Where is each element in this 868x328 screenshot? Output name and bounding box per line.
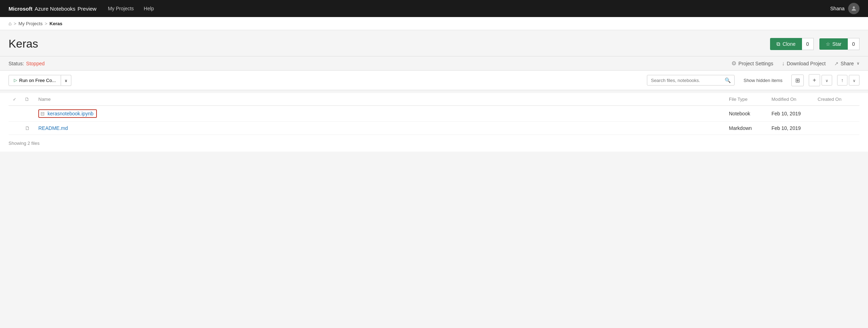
plus-icon: +: [813, 77, 816, 83]
home-icon[interactable]: ⌂: [9, 21, 11, 26]
user-name: Shana: [830, 6, 845, 11]
run-button[interactable]: ▷ Run on Free Co...: [9, 75, 61, 86]
search-box: 🔍: [647, 75, 735, 86]
file-icon: 🗋: [25, 125, 30, 131]
star-icon: ☆: [826, 41, 830, 47]
row-icon-cell: [21, 106, 34, 122]
row-check-cell: [9, 122, 21, 135]
header-actions: ⧉ Clone 0 ☆ Star 0: [770, 38, 859, 50]
add-button-group: + ∨: [809, 74, 832, 86]
upload-button[interactable]: ↑: [837, 75, 847, 86]
svg-point-0: [853, 6, 855, 9]
breadcrumb-my-projects[interactable]: My Projects: [18, 21, 43, 26]
notebook-icon: ⊟: [40, 111, 45, 116]
col-modified-header: Modified On: [767, 93, 813, 106]
nav-my-projects[interactable]: My Projects: [108, 6, 134, 11]
topnav-user: Shana: [830, 3, 859, 14]
file-link[interactable]: kerasnotebook.ipynb: [48, 111, 93, 116]
topnav-links: My Projects Help: [108, 6, 830, 11]
topnav: Microsoft Azure Notebooks Preview My Pro…: [0, 0, 868, 17]
clone-label: Clone: [782, 41, 796, 47]
run-dropdown-button[interactable]: ∨: [61, 75, 71, 86]
row-check-cell: [9, 106, 21, 122]
share-chevron-icon: ∨: [857, 61, 859, 66]
project-header: Keras ⧉ Clone 0 ☆ Star 0: [0, 30, 868, 56]
breadcrumb-sep-1: >: [13, 21, 16, 26]
breadcrumb: ⌂ > My Projects > Keras: [0, 17, 868, 30]
row-filetype-cell: Markdown: [725, 122, 767, 135]
grid-icon: ⊞: [795, 77, 800, 83]
footer-info: Showing 2 files: [0, 135, 868, 152]
run-label: Run on Free Co...: [19, 78, 56, 83]
col-filetype-header: File Type: [725, 93, 767, 106]
upload-chevron-icon: ∨: [853, 78, 856, 83]
upload-button-group: ↑ ∨: [837, 75, 859, 86]
row-name-cell: README.md: [34, 122, 598, 135]
project-settings-action[interactable]: ⚙ Project Settings: [731, 60, 773, 67]
table-row: 🗋 README.md Markdown Feb 10, 2019: [9, 122, 859, 135]
show-hidden-label: Show hidden items: [743, 78, 782, 83]
toolbar: ▷ Run on Free Co... ∨ 🔍 Show hidden item…: [0, 71, 868, 90]
col-icon-header: 🗋: [21, 93, 34, 106]
download-project-label: Download Project: [787, 61, 826, 66]
breadcrumb-sep-2: >: [45, 21, 48, 26]
file-icon-header: 🗋: [25, 97, 29, 102]
file-table: ✓ 🗋 Name File Type Modified On Created O…: [9, 93, 859, 135]
share-label: Share: [841, 61, 854, 66]
row-icon-cell: 🗋: [21, 122, 34, 135]
col-spacer-header: [598, 93, 725, 106]
status-label: Status:: [9, 61, 24, 66]
table-row: ⊟ kerasnotebook.ipynb Notebook Feb 10, 2…: [9, 106, 859, 122]
brand: Microsoft Azure Notebooks Preview: [9, 6, 97, 12]
status-bar: Status: Stopped ⚙ Project Settings ↓ Dow…: [0, 56, 868, 71]
col-created-header: Created On: [813, 93, 859, 106]
add-dropdown-button[interactable]: ∨: [822, 75, 832, 86]
show-hidden-button[interactable]: Show hidden items: [740, 75, 786, 86]
brand-preview: Preview: [78, 6, 97, 12]
star-count: 0: [848, 38, 859, 50]
clone-button[interactable]: ⧉ Clone: [770, 38, 802, 50]
highlighted-file-name: ⊟ kerasnotebook.ipynb: [38, 109, 97, 118]
clone-icon: ⧉: [776, 41, 780, 47]
status-value: Stopped: [26, 61, 45, 66]
share-action[interactable]: ↗ Share ∨: [834, 61, 859, 66]
breadcrumb-current: Keras: [50, 21, 62, 26]
upload-icon: ↑: [841, 77, 844, 83]
project-settings-label: Project Settings: [738, 61, 773, 66]
add-chevron-icon: ∨: [825, 78, 828, 83]
brand-microsoft: Microsoft: [9, 6, 33, 12]
file-link[interactable]: README.md: [38, 125, 68, 131]
grid-view-button[interactable]: ⊞: [791, 75, 804, 86]
upload-dropdown-button[interactable]: ∨: [849, 75, 859, 86]
gear-icon: ⚙: [731, 60, 736, 67]
project-title: Keras: [9, 37, 38, 50]
add-button[interactable]: +: [809, 74, 820, 86]
play-icon: ▷: [14, 78, 17, 83]
row-created-cell: [813, 122, 859, 135]
search-icon: 🔍: [725, 77, 731, 83]
row-created-cell: [813, 106, 859, 122]
status-left: Status: Stopped: [9, 61, 45, 66]
row-filetype-cell: Notebook: [725, 106, 767, 122]
status-actions: ⚙ Project Settings ↓ Download Project ↗ …: [731, 60, 859, 67]
toolbar-right: 🔍 Show hidden items ⊞ + ∨ ↑ ∨: [647, 74, 859, 86]
star-button[interactable]: ☆ Star: [819, 38, 848, 50]
share-icon: ↗: [834, 61, 839, 66]
row-name-cell: ⊟ kerasnotebook.ipynb: [34, 106, 725, 122]
file-table-header: ✓ 🗋 Name File Type Modified On Created O…: [9, 93, 859, 106]
file-count-label: Showing 2 files: [9, 141, 39, 146]
clone-count: 0: [802, 38, 814, 50]
row-spacer-cell: [598, 122, 725, 135]
nav-help[interactable]: Help: [144, 6, 154, 11]
search-input[interactable]: [651, 78, 722, 83]
brand-azure: Azure Notebooks: [35, 6, 76, 12]
file-area: ✓ 🗋 Name File Type Modified On Created O…: [0, 93, 868, 135]
toolbar-left: ▷ Run on Free Co... ∨: [9, 75, 71, 86]
download-project-action[interactable]: ↓ Download Project: [782, 60, 826, 67]
row-modified-cell: Feb 10, 2019: [767, 106, 813, 122]
download-icon: ↓: [782, 60, 785, 67]
file-table-body: ⊟ kerasnotebook.ipynb Notebook Feb 10, 2…: [9, 106, 859, 135]
check-icon: ✓: [13, 97, 16, 102]
user-avatar[interactable]: [848, 3, 859, 14]
run-chevron-icon: ∨: [65, 78, 67, 83]
